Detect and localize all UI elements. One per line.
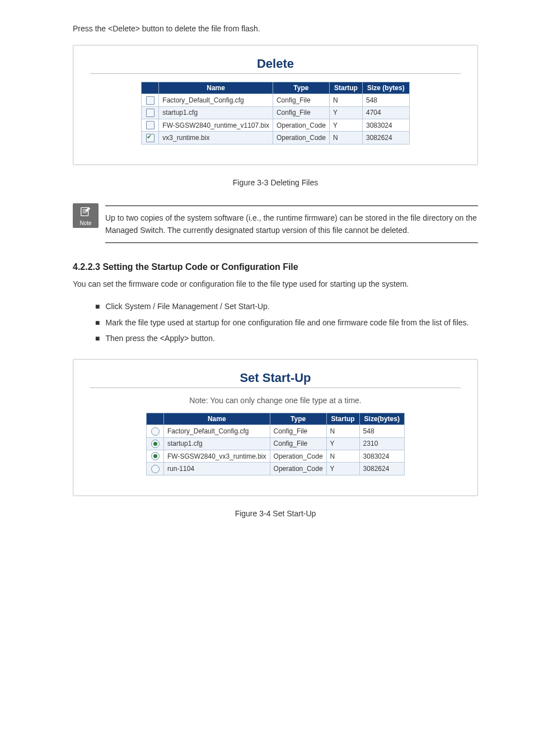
table-row: startup1.cfg Config_File Y 4704 xyxy=(142,106,409,119)
radio-icon[interactable] xyxy=(151,427,160,436)
cell-start: N xyxy=(329,94,362,106)
note-block: Note Up to two copies of the system soft… xyxy=(73,203,478,245)
delete-panel: Delete Name Type Startup Size (bytes) Fa… xyxy=(73,45,478,165)
col-name: Name xyxy=(159,82,273,94)
cell-name: Factory_Default_Config.cfg xyxy=(159,94,273,106)
cell-name: startup1.cfg xyxy=(164,437,270,450)
cell-name: run-1104 xyxy=(164,463,270,475)
table-row: Factory_Default_Config.cfg Config_File N… xyxy=(147,425,405,437)
cell-type: Config_File xyxy=(273,106,329,119)
startup-file-table: Name Type Startup Size(bytes) Factory_De… xyxy=(146,413,405,475)
cell-size: 3082624 xyxy=(362,132,409,144)
intro-text: Press the <Delete> button to delete the … xyxy=(73,22,478,35)
table-row: startup1.cfg Config_File Y 2310 xyxy=(147,437,405,450)
cell-size: 2310 xyxy=(359,437,404,450)
note-icon: Note xyxy=(73,203,99,228)
bullet-item: Mark the file type used at startup for o… xyxy=(105,316,469,329)
cell-start: Y xyxy=(326,463,359,475)
bullet-list: ■Click System / File Management / Set St… xyxy=(95,300,478,344)
note-icon-label: Note xyxy=(73,220,99,226)
col-type: Type xyxy=(273,82,329,94)
figure-caption: Figure 3-4 Set Start-Up xyxy=(73,507,478,520)
cell-type: Operation_Code xyxy=(273,132,329,144)
col-radio xyxy=(147,413,164,425)
delete-panel-title: Delete xyxy=(90,55,461,73)
radio-icon[interactable] xyxy=(151,440,160,448)
bullet-item: Then press the <Apply> button. xyxy=(105,332,214,344)
cell-size: 3083024 xyxy=(362,119,409,132)
cell-size: 548 xyxy=(362,94,409,106)
cell-size: 3082624 xyxy=(359,463,404,475)
cell-size: 3083024 xyxy=(359,450,404,463)
startup-note-line: Note: You can only change one file type … xyxy=(90,396,461,405)
cell-type: Config_File xyxy=(270,437,326,450)
checkbox-icon[interactable] xyxy=(146,109,154,117)
cell-name: vx3_runtime.bix xyxy=(159,132,273,144)
cell-type: Operation_Code xyxy=(273,119,329,132)
cell-start: Y xyxy=(329,106,362,119)
cell-name: Factory_Default_Config.cfg xyxy=(164,425,270,437)
table-row: Factory_Default_Config.cfg Config_File N… xyxy=(142,94,409,106)
figure-caption: Figure 3-3 Deleting Files xyxy=(73,176,478,189)
cell-type: Config_File xyxy=(273,94,329,106)
cell-type: Config_File xyxy=(270,425,326,437)
section-heading: 4.2.2.3 Setting the Startup Code or Conf… xyxy=(73,262,478,272)
cell-name: startup1.cfg xyxy=(159,106,273,119)
cell-name: FW-SGSW2840_vx3_runtime.bix xyxy=(164,450,270,463)
cell-size: 4704 xyxy=(362,106,409,119)
cell-start: N xyxy=(329,132,362,144)
radio-icon[interactable] xyxy=(151,465,160,473)
checkbox-icon[interactable] xyxy=(146,134,154,142)
startup-panel-title: Set Start-Up xyxy=(90,370,461,388)
checkbox-icon[interactable] xyxy=(146,121,154,129)
bullet-item: Click System / File Management / Set Sta… xyxy=(105,300,269,312)
cell-name: FW-SGSW2840_runtime_v1107.bix xyxy=(159,119,273,132)
col-start: Startup xyxy=(329,82,362,94)
notepad-icon xyxy=(73,206,99,220)
cell-size: 548 xyxy=(359,425,404,437)
table-row: FW-SGSW2840_vx3_runtime.bix Operation_Co… xyxy=(147,450,405,463)
cell-start: N xyxy=(326,450,359,463)
col-chk xyxy=(142,82,159,94)
radio-icon[interactable] xyxy=(151,452,160,460)
col-start: Startup xyxy=(326,413,359,425)
section-text: You can set the firmware code or configu… xyxy=(73,278,478,290)
checkbox-icon[interactable] xyxy=(146,96,154,105)
col-type: Type xyxy=(270,413,326,425)
cell-start: N xyxy=(326,425,359,437)
note-body: Up to two copies of the system software … xyxy=(105,208,478,240)
cell-type: Operation_Code xyxy=(270,463,326,475)
cell-start: Y xyxy=(326,437,359,450)
startup-panel: Set Start-Up Note: You can only change o… xyxy=(73,359,478,496)
col-name: Name xyxy=(164,413,270,425)
cell-type: Operation_Code xyxy=(270,450,326,463)
delete-file-table: Name Type Startup Size (bytes) Factory_D… xyxy=(141,82,409,144)
col-size: Size (bytes) xyxy=(362,82,409,94)
col-size: Size(bytes) xyxy=(359,413,404,425)
table-row: vx3_runtime.bix Operation_Code N 3082624 xyxy=(142,132,409,144)
cell-start: Y xyxy=(329,119,362,132)
table-row: run-1104 Operation_Code Y 3082624 xyxy=(147,463,405,475)
table-row: FW-SGSW2840_runtime_v1107.bix Operation_… xyxy=(142,119,409,132)
